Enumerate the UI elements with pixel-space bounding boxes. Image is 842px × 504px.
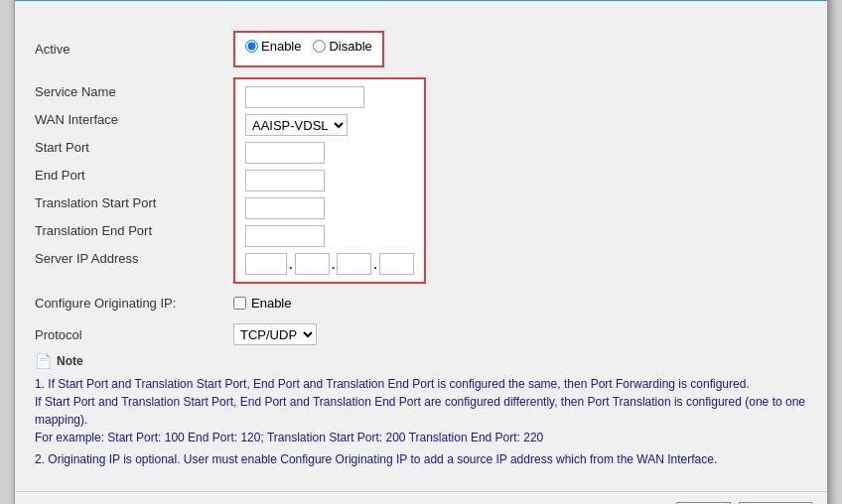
translation-end-port-label: Translation End Port	[35, 216, 233, 244]
note-line2: If Start Port and Translation Start Port…	[35, 393, 807, 411]
translation-start-port-input[interactable]: 8080	[245, 197, 325, 219]
enable-label: Enable	[261, 39, 301, 54]
server-ip-octet4[interactable]: 1	[379, 253, 414, 275]
enable-radio-label[interactable]: Enable	[245, 39, 301, 54]
button-row: OK Cancel	[15, 491, 827, 504]
disable-label: Disable	[329, 39, 371, 54]
service-name-label: Service Name	[35, 77, 233, 105]
configure-originating-checkbox[interactable]	[233, 297, 246, 310]
server-ip-octet2[interactable]: 1	[295, 253, 330, 275]
server-ip-octet3[interactable]: 1	[337, 253, 371, 275]
configure-originating-row: Configure Originating IP: Enable	[35, 290, 807, 315]
note-line5: 2. Originating IP is optional. User must…	[35, 450, 807, 468]
end-port-row: 8080	[245, 167, 414, 194]
note-icon: 📄	[35, 353, 52, 369]
server-ip-row: 10 . 1 . 1 . 1	[245, 250, 414, 278]
end-port-input[interactable]: 8080	[245, 170, 325, 191]
active-row: Active Enable Disable	[35, 31, 807, 67]
configure-originating-label: Configure Originating IP:	[35, 296, 233, 311]
server-ip-octet1[interactable]: 10	[245, 253, 287, 275]
enable-radio[interactable]	[245, 40, 258, 53]
disable-radio-label[interactable]: Disable	[313, 39, 371, 54]
wan-interface-select[interactable]: AAISP-VDSL Option2	[245, 114, 348, 136]
note-section: 📄 Note 1. If Start Port and Translation …	[35, 353, 807, 468]
add-new-rule-dialog: Add New Rule Active	[14, 0, 828, 504]
disable-radio[interactable]	[313, 40, 326, 53]
note-header-label: Note	[57, 354, 83, 368]
server-ip-group: 10 . 1 . 1 . 1	[245, 253, 414, 275]
active-radio-group: Enable Disable	[245, 39, 372, 54]
translation-start-port-label: Translation Start Port	[35, 189, 233, 216]
configure-originating-group: Enable	[233, 296, 291, 311]
note-header: 📄 Note	[35, 353, 807, 369]
service-name-row: WWW-8080	[245, 83, 414, 111]
translation-end-port-input[interactable]: 8080	[245, 225, 325, 247]
ip-dot-1: .	[289, 257, 293, 272]
configure-originating-enable-label: Enable	[251, 296, 291, 311]
protocol-row: Protocol TCP/UDP TCP UDP	[35, 321, 807, 347]
note-line4: For example: Start Port: 100 End Port: 1…	[35, 429, 807, 446]
wan-interface-row: AAISP-VDSL Option2	[245, 111, 414, 139]
ip-dot-3: .	[373, 257, 377, 272]
wan-interface-label: WAN Interface	[35, 105, 233, 133]
note-text: 1. If Start Port and Translation Start P…	[35, 375, 807, 468]
service-name-input[interactable]: WWW-8080	[245, 86, 364, 108]
dialog-body: Active Enable Disable	[15, 16, 827, 483]
start-port-row: 8080	[245, 139, 414, 167]
start-port-label: Start Port	[35, 133, 233, 161]
start-port-input[interactable]: 8080	[245, 142, 325, 164]
ip-dot-2: .	[332, 257, 336, 272]
protocol-select[interactable]: TCP/UDP TCP UDP	[233, 323, 317, 345]
active-label: Active	[35, 42, 233, 57]
blue-bar	[15, 0, 827, 1]
translation-start-port-row: 8080	[245, 194, 414, 222]
server-ip-label: Server IP Address	[35, 244, 233, 272]
protocol-label: Protocol	[35, 327, 233, 342]
note-line3: mapping).	[35, 411, 807, 429]
note-line1: 1. If Start Port and Translation Start P…	[35, 375, 807, 393]
translation-end-port-row: 8080	[245, 222, 414, 250]
end-port-label: End Port	[35, 161, 233, 189]
